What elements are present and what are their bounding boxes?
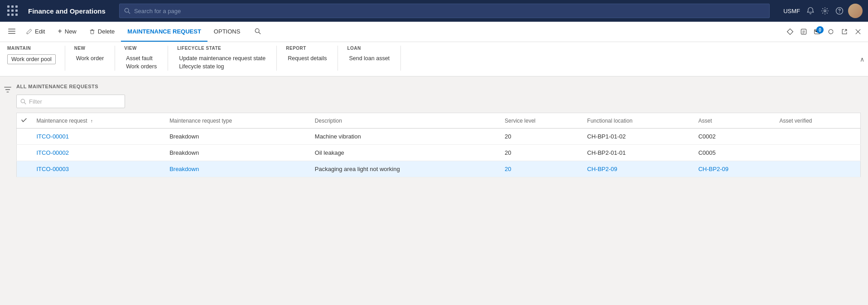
col-functional-location[interactable]: Functional location	[582, 113, 693, 129]
maintenance-table: Maintenance request ↑ Maintenance reques…	[16, 113, 861, 177]
user-label: USMF	[783, 8, 800, 14]
search-input[interactable]	[134, 8, 765, 14]
lifecycle-log-button[interactable]: Lifecycle state log	[177, 62, 267, 71]
help-icon	[835, 7, 844, 15]
table-row[interactable]: ITCO-00001 Breakdown Machine vibration 2…	[17, 129, 861, 145]
svg-rect-8	[91, 30, 94, 33]
popout-icon	[841, 28, 848, 35]
messages-button[interactable]: 0	[811, 26, 824, 37]
tab-options[interactable]: OPTIONS	[207, 22, 247, 42]
top-nav: Finance and Operations USMF	[0, 0, 868, 22]
tab-maintenance-request[interactable]: MAINTENANCE REQUEST	[121, 22, 207, 42]
hamburger-icon	[8, 28, 15, 35]
row-description-1: Oil leakage	[309, 145, 499, 161]
row-asset-2[interactable]: CH-BP2-09	[693, 161, 774, 177]
notification-button[interactable]	[805, 5, 816, 17]
col-type[interactable]: Maintenance request type	[164, 113, 309, 129]
app-title: Finance and Operations	[28, 7, 106, 15]
row-description-2: Packaging area light not working	[309, 161, 499, 177]
close-button[interactable]	[852, 26, 864, 37]
row-id-1[interactable]: ITCO-00002	[31, 145, 164, 161]
ribbon-diamond-button[interactable]	[784, 26, 796, 37]
popout-button[interactable]	[838, 26, 851, 37]
ribbon-section-loan: LOAN Send loan asset	[347, 46, 401, 71]
row-description-0: Machine vibration	[309, 129, 499, 145]
svg-line-10	[259, 32, 261, 34]
col-asset[interactable]: Asset	[693, 113, 774, 129]
row-service-level-2: 20	[499, 161, 582, 177]
tab-edit[interactable]: Edit	[20, 22, 51, 42]
update-lifecycle-button[interactable]: Update maintenance request state	[177, 54, 267, 62]
row-id-0[interactable]: ITCO-00001	[31, 129, 164, 145]
filter-row	[16, 95, 861, 108]
tab-delete[interactable]: Delete	[83, 22, 121, 42]
main-content: ALL MAINTENANCE REQUESTS	[16, 76, 868, 177]
row-service-level-1: 20	[499, 145, 582, 161]
row-id-2[interactable]: ITCO-00003	[31, 161, 164, 177]
refresh-button[interactable]	[825, 26, 837, 37]
table-row[interactable]: ITCO-00003 Breakdown Packaging area ligh…	[17, 161, 861, 177]
plus-icon: +	[58, 28, 62, 35]
col-asset-verified[interactable]: Asset verified	[774, 113, 860, 129]
row-asset-verified-0	[774, 129, 860, 145]
refresh-icon	[827, 28, 834, 35]
hamburger-button[interactable]	[4, 22, 20, 42]
ribbon-bar: Edit + New Delete MAINTENANCE REQUEST OP…	[0, 22, 868, 42]
work-orders-button[interactable]: Work orders	[124, 62, 159, 71]
side-filter-panel	[0, 76, 16, 177]
table-header-row: Maintenance request ↑ Maintenance reques…	[17, 113, 861, 129]
page-body: ALL MAINTENANCE REQUESTS	[0, 76, 868, 177]
trash-icon	[89, 29, 95, 34]
row-check-2[interactable]	[17, 161, 31, 177]
office-button[interactable]	[797, 26, 810, 37]
row-functional-location-1: CH-BP2-01-01	[582, 145, 693, 161]
tab-search-button[interactable]	[248, 22, 267, 42]
ribbon-search-icon	[255, 28, 261, 34]
row-functional-location-2[interactable]: CH-BP2-09	[582, 161, 693, 177]
svg-rect-7	[8, 33, 15, 34]
row-functional-location-0: CH-BP1-01-02	[582, 129, 693, 145]
search-container	[119, 4, 770, 18]
svg-rect-5	[8, 29, 15, 29]
app-grid-button[interactable]	[5, 4, 20, 18]
diamond-icon	[786, 28, 794, 35]
grid-icon	[7, 5, 18, 16]
message-badge: 0	[816, 26, 824, 33]
office-icon	[800, 28, 807, 35]
col-service-level[interactable]: Service level	[499, 113, 582, 129]
col-description[interactable]: Description	[309, 113, 499, 129]
work-order-pool-button[interactable]: Work order pool	[7, 54, 56, 64]
bell-icon	[806, 7, 815, 15]
row-service-level-0: 20	[499, 129, 582, 145]
ribbon-content: MAINTAIN Work order pool NEW Work order …	[0, 42, 868, 76]
svg-point-4	[839, 12, 840, 13]
top-nav-right: USMF	[783, 4, 863, 18]
filter-input[interactable]	[29, 98, 121, 105]
row-check-0[interactable]	[17, 129, 31, 145]
edit-icon	[26, 29, 32, 34]
col-maintenance-request[interactable]: Maintenance request ↑	[31, 113, 164, 129]
ribbon-section-maintain: MAINTAIN Work order pool	[7, 46, 65, 71]
help-button[interactable]	[834, 5, 845, 17]
search-icon	[124, 8, 130, 14]
request-details-button[interactable]: Request details	[286, 54, 328, 62]
avatar[interactable]	[848, 4, 863, 18]
ribbon-right-actions: 0	[784, 26, 864, 37]
table-row[interactable]: ITCO-00002 Breakdown Oil leakage 20 CH-B…	[17, 145, 861, 161]
row-check-1[interactable]	[17, 145, 31, 161]
filter-panel-button[interactable]	[2, 84, 14, 97]
ribbon-collapse-button[interactable]: ∧	[860, 56, 864, 63]
asset-fault-button[interactable]: Asset fault	[124, 54, 159, 62]
row-asset-verified-2	[774, 161, 860, 177]
row-asset-verified-1	[774, 145, 860, 161]
row-asset-1: C0005	[693, 145, 774, 161]
tab-new[interactable]: + New	[51, 22, 82, 42]
sort-arrow: ↑	[91, 119, 93, 124]
ribbon-section-new: NEW Work order	[74, 46, 116, 71]
col-check[interactable]	[17, 113, 31, 129]
work-order-button[interactable]: Work order	[74, 54, 106, 62]
settings-button[interactable]	[819, 5, 831, 17]
svg-rect-6	[8, 31, 15, 32]
send-loan-asset-button[interactable]: Send loan asset	[347, 54, 391, 62]
filter-search-icon	[20, 99, 26, 105]
